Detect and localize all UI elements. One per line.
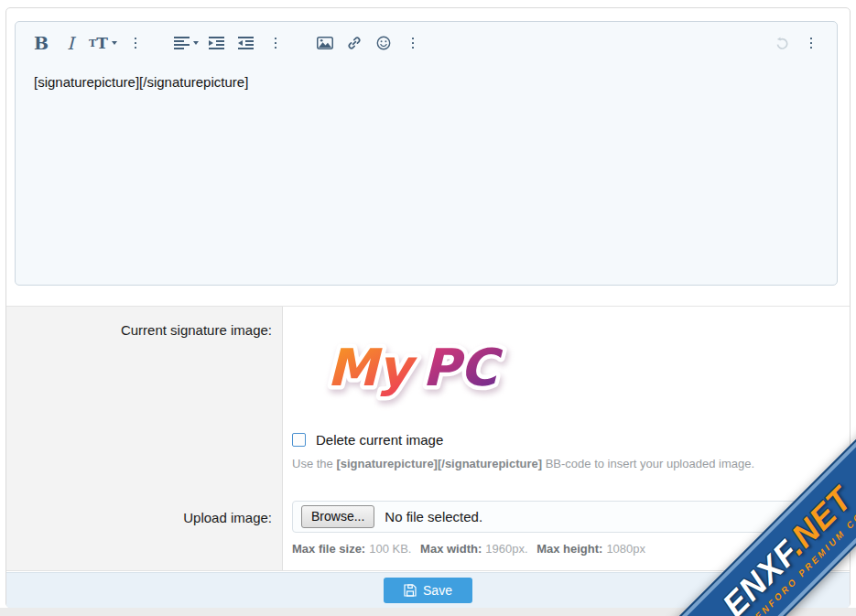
- insert-image-button[interactable]: [314, 31, 336, 55]
- smiley-icon: [376, 36, 391, 50]
- more-insert-options-button[interactable]: [402, 31, 424, 55]
- image-icon: [317, 37, 333, 49]
- chevron-down-icon: [193, 41, 199, 45]
- undo-button[interactable]: [771, 31, 793, 55]
- max-height-value: 1080px: [606, 542, 645, 556]
- rich-text-editor: B I TT: [15, 21, 838, 286]
- browse-button[interactable]: Browse...: [301, 505, 374, 528]
- emoji-button[interactable]: [373, 31, 395, 55]
- indent-button[interactable]: [206, 31, 228, 55]
- explain-prefix: Use the: [292, 457, 336, 470]
- max-file-size-label: Max file size:: [292, 542, 365, 556]
- upload-limits-text: Max file size:100 KB. Max width:1960px. …: [292, 542, 651, 556]
- toolbar-group-insert: [314, 31, 431, 55]
- max-width-label: Max width:: [420, 542, 482, 556]
- max-height-label: Max height:: [536, 542, 602, 556]
- font-size-large-icon: T: [96, 36, 108, 51]
- more-text-options-button[interactable]: [125, 31, 146, 55]
- vertical-dots-icon: [412, 38, 415, 49]
- font-size-button[interactable]: TT: [89, 31, 117, 55]
- toolbar-group-paragraph: [174, 31, 294, 55]
- link-icon: [347, 36, 362, 50]
- delete-image-checkbox[interactable]: [292, 433, 306, 447]
- bbcode-explain-text: Use the [signaturepicture][/signaturepic…: [292, 457, 754, 470]
- logo-word-my: My: [327, 338, 418, 397]
- delete-current-image-option[interactable]: Delete current image: [292, 432, 443, 448]
- indent-icon: [209, 37, 224, 49]
- explain-suffix: BB-code to insert your uploaded image.: [542, 457, 754, 470]
- editor-text: [signaturepicture][/signaturepicture]: [34, 74, 248, 90]
- more-paragraph-options-button[interactable]: [265, 31, 287, 55]
- italic-icon: I: [67, 35, 74, 52]
- insert-link-button[interactable]: [343, 31, 365, 55]
- delete-image-label: Delete current image: [316, 432, 443, 448]
- bold-button[interactable]: B: [30, 31, 52, 55]
- main-panel: B I TT: [5, 7, 851, 608]
- toolbar-group-text: B I TT: [30, 31, 154, 55]
- max-file-size-value: 100 KB.: [369, 542, 411, 556]
- align-button[interactable]: [174, 31, 199, 55]
- font-size-small-icon: T: [89, 38, 96, 49]
- outdent-button[interactable]: [235, 31, 257, 55]
- align-left-icon: [174, 37, 190, 49]
- form-label-column: Current signature image: Upload image:: [6, 307, 283, 570]
- vertical-dots-icon: [275, 38, 277, 49]
- editor-text-area[interactable]: [signaturepicture][/signaturepicture]: [16, 64, 837, 276]
- signature-edit-page: { "editor": { "content": "[signaturepict…: [0, 0, 856, 616]
- no-file-selected-text: No file selected.: [385, 509, 482, 524]
- toolbar-group-history: [771, 31, 822, 55]
- editor-toolbar: B I TT: [16, 22, 837, 64]
- current-signature-image: My PC: [320, 318, 526, 420]
- more-options-button[interactable]: [800, 31, 822, 55]
- save-button-label: Save: [423, 583, 452, 598]
- signature-form: Current signature image: Upload image: M…: [6, 306, 850, 571]
- save-button[interactable]: Save: [384, 578, 472, 603]
- vertical-dots-icon: [810, 38, 813, 49]
- file-upload-input[interactable]: Browse... No file selected.: [292, 501, 833, 533]
- bold-icon: B: [34, 35, 49, 52]
- outdent-icon: [238, 37, 254, 49]
- chevron-down-icon: [112, 41, 117, 45]
- max-width-value: 1960px.: [485, 542, 527, 556]
- explain-bbcode: [signaturepicture][/signaturepicture]: [336, 457, 542, 470]
- current-signature-image-label: Current signature image:: [121, 322, 272, 338]
- logo-word-pc: PC: [422, 338, 504, 397]
- upload-image-label: Upload image:: [183, 510, 272, 525]
- floppy-disk-icon: [404, 584, 417, 597]
- undo-icon: [774, 35, 791, 51]
- vertical-dots-icon: [135, 38, 137, 49]
- italic-button[interactable]: I: [60, 31, 81, 55]
